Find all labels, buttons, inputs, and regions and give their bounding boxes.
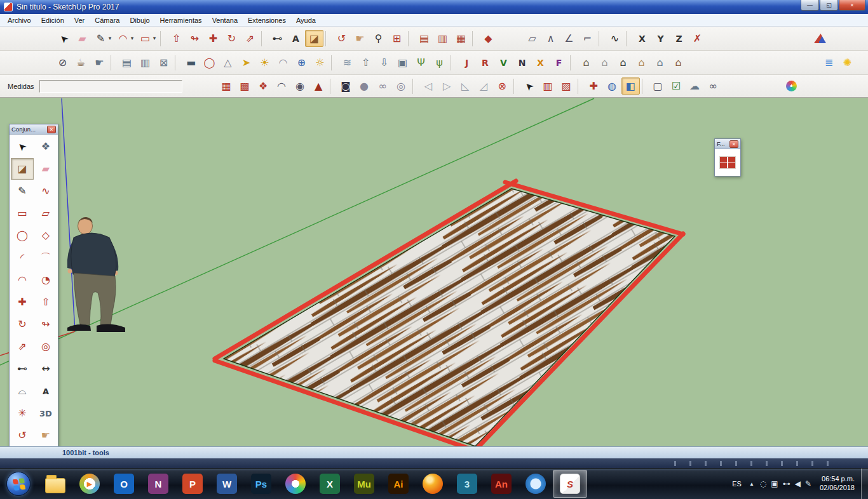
minimize-button[interactable]: — — [801, 0, 819, 11]
menu-archivo[interactable]: Archivo — [3, 15, 36, 25]
floating-palette-titlebar[interactable]: F... × — [715, 139, 740, 149]
menu-dibujo[interactable]: Dibujo — [125, 15, 154, 25]
cap-icon[interactable]: ▬ — [182, 54, 200, 71]
palette-move-tool[interactable]: ✚ — [11, 291, 34, 313]
flashlight-icon[interactable]: ➤ — [237, 54, 255, 71]
cone-icon[interactable]: △ — [219, 54, 237, 71]
taskbar-paint-palette[interactable] — [278, 470, 313, 498]
close-button[interactable]: × — [839, 0, 865, 11]
teapot-icon[interactable]: ☕ — [72, 54, 90, 71]
paint-bucket-tool-icon[interactable]: ◪ — [305, 30, 323, 47]
house-icon-5[interactable]: ⌂ — [651, 54, 669, 71]
house-icon-3[interactable]: ⌂ — [614, 54, 632, 71]
text-tool-icon[interactable]: A — [287, 30, 305, 47]
palette-scale-tool[interactable]: ⇗ — [11, 336, 34, 357]
tool-letter-f-icon[interactable]: F — [550, 54, 568, 71]
bulb-icon[interactable]: ✺ — [838, 54, 857, 71]
red-grid-icon-2[interactable]: ▩ — [236, 77, 254, 95]
loft-icon-3[interactable]: ◺ — [456, 77, 475, 95]
angle-tool-icon-1[interactable]: ∧ — [541, 30, 560, 47]
lock-icon[interactable]: ⊠ — [154, 54, 173, 71]
palette-pie-tool[interactable]: ◔ — [34, 269, 57, 291]
axis-strike-tool-icon[interactable]: ✗ — [688, 30, 707, 47]
menu-ventana[interactable]: Ventana — [207, 15, 243, 25]
box-outline-icon[interactable]: ▢ — [649, 77, 667, 95]
palette-line-tool[interactable]: ✎ — [11, 180, 34, 202]
taskbar-photoshop[interactable]: Ps — [244, 470, 278, 498]
angle-tool-icon-2[interactable]: ∠ — [560, 30, 578, 47]
language-indicator[interactable]: ES — [730, 479, 743, 489]
palette-offset-tool[interactable]: ◎ — [34, 336, 57, 357]
tray-display-icon[interactable]: ▣ — [771, 479, 778, 488]
palette-3d-text-tool[interactable]: 3D — [34, 403, 57, 424]
show-desktop-button[interactable] — [861, 469, 868, 499]
pinwheel-logo-icon[interactable] — [782, 77, 801, 95]
menu-extensiones[interactable]: Extensiones — [243, 15, 291, 25]
zoom-tool-icon[interactable]: ⚲ — [369, 30, 388, 47]
loft-icon-4[interactable]: ◿ — [475, 77, 493, 95]
taskbar-explorer[interactable] — [38, 470, 72, 498]
taskbar-muse[interactable]: Mu — [347, 470, 381, 498]
taskbar-illustrator[interactable]: Ai — [381, 470, 416, 498]
box-3d-icon[interactable]: ▣ — [393, 54, 412, 71]
palette-tape-measure-tool[interactable]: ⊷ — [11, 358, 34, 380]
orbit-tool-icon[interactable]: ↺ — [332, 30, 351, 47]
brick-pattern-button[interactable] — [719, 156, 736, 169]
menu-edicion[interactable]: Edición — [36, 15, 69, 25]
palette-select-tool[interactable]: ➤ — [11, 136, 34, 157]
taskbar-outlook[interactable]: O — [107, 470, 141, 498]
taskbar-powerpoint[interactable]: P — [175, 470, 210, 498]
palette-axes-tool[interactable]: ✳ — [11, 403, 34, 424]
rotate-tool-icon[interactable]: ↻ — [222, 30, 241, 47]
palette-followme-tool[interactable]: ↬ — [34, 314, 57, 335]
house-icon-2[interactable]: ⌂ — [595, 54, 614, 71]
menu-ver[interactable]: Ver — [69, 15, 90, 25]
palette-polygon-tool[interactable]: ◇ — [34, 225, 57, 246]
select-tool-icon[interactable]: ➤ — [55, 30, 73, 47]
taskbar-media-player[interactable]: ▶ — [72, 470, 107, 498]
tray-circle-icon[interactable]: ◌ — [760, 479, 766, 488]
palette-rotate-tool[interactable]: ↻ — [11, 314, 34, 335]
palette-rotated-rectangle-tool[interactable]: ▱ — [34, 203, 57, 224]
taskbar-excel[interactable]: X — [313, 470, 347, 498]
tool-letter-v-icon[interactable]: V — [494, 54, 513, 71]
sun-small-icon[interactable]: ☼ — [311, 54, 329, 71]
no-camera-icon[interactable]: ⊗ — [493, 77, 512, 95]
cloud-upload-icon[interactable]: ☁ — [686, 77, 704, 95]
menu-herramientas[interactable]: Herramientas — [155, 15, 207, 25]
solid-shape-tool-icon[interactable] — [811, 30, 829, 47]
palette-make-component-tool[interactable]: ❖ — [34, 136, 57, 157]
weight-icon[interactable]: ◉ — [291, 77, 309, 95]
followme-tool-icon[interactable]: ↬ — [186, 30, 204, 47]
pushpull-tool-icon[interactable]: ⇧ — [167, 30, 186, 47]
red-grid-icon-1[interactable]: ▦ — [217, 77, 236, 95]
palette-text-tool[interactable]: A — [34, 380, 57, 402]
loft-icon-1[interactable]: ◁ — [419, 77, 438, 95]
bezier-curve-tool-icon[interactable]: ∿ — [606, 30, 624, 47]
dome-grid-icon[interactable]: ◠ — [273, 77, 291, 95]
arc-dropdown-icon[interactable]: ▾ — [128, 30, 136, 47]
sphere-blue-icon[interactable]: ◍ — [603, 77, 621, 95]
layers-logo-icon[interactable]: ≣ — [820, 54, 838, 71]
taskbar-sketchup[interactable]: S — [553, 470, 587, 498]
globe-icon[interactable]: ⊕ — [292, 54, 311, 71]
circle-slash-icon[interactable]: ⊘ — [53, 54, 72, 71]
box-arrow-down-icon[interactable]: ⇩ — [375, 54, 393, 71]
corner-tool-icon[interactable]: ⌐ — [578, 30, 597, 47]
style-panel-icon-1[interactable]: ▤ — [415, 30, 433, 47]
hidden-icons-button[interactable]: ▲ — [749, 481, 754, 487]
palette-eraser-tool[interactable]: ▰ — [34, 158, 57, 180]
taskbar-word[interactable]: W — [210, 470, 244, 498]
palette-pan-tool[interactable]: ☛ — [34, 425, 57, 446]
video-camera-icon[interactable]: ◙ — [337, 77, 355, 95]
style-panel-icon-2[interactable]: ▥ — [433, 30, 452, 47]
axis-z-tool-icon[interactable]: Z — [670, 30, 688, 47]
tray-volume-icon[interactable]: ◀ — [795, 479, 801, 488]
ellipse-icon[interactable]: ◯ — [200, 54, 219, 71]
tool-letter-j-icon[interactable]: J — [458, 54, 476, 71]
palette-paint-bucket-tool[interactable]: ◪ — [11, 158, 34, 180]
materials-icon[interactable]: ◆ — [479, 30, 498, 47]
move-points-icon[interactable]: ✚ — [585, 77, 603, 95]
palette-dimension-tool[interactable]: ↔ — [34, 358, 57, 380]
axis-y-tool-icon[interactable]: Y — [651, 30, 670, 47]
